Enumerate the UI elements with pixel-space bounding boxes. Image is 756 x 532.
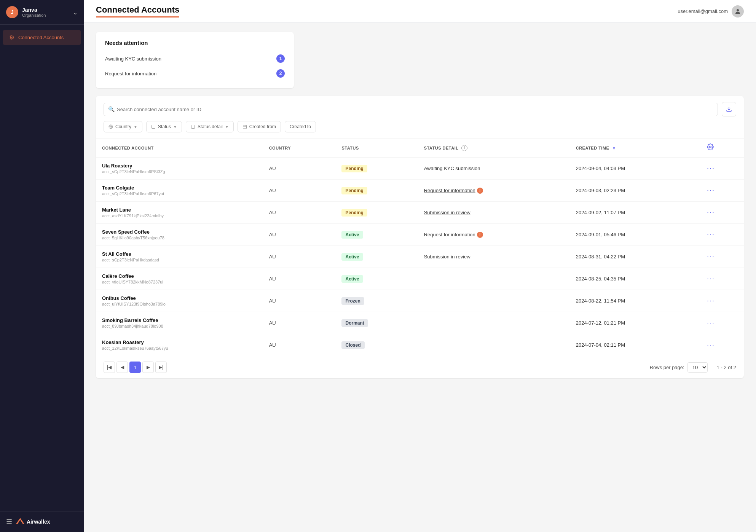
col-status: STATUS [335,139,418,157]
status-detail-link[interactable]: Request for information [424,232,475,237]
table-settings-icon[interactable] [707,144,714,152]
row-actions-button[interactable]: ··· [707,297,715,304]
table-row[interactable]: Onibus Coffeeacct_uiYtUISY123f9OIsho3a78… [96,290,744,312]
status-detail-filter[interactable]: Status detail ▼ [186,121,234,132]
status-cell: Dormant [335,312,418,334]
row-actions-button[interactable]: ··· [707,341,715,349]
country-cell: AU [263,180,336,202]
status-badge: Pending [341,187,367,194]
menu-icon[interactable]: ☰ [6,518,12,526]
actions-cell[interactable]: ··· [701,334,744,356]
col-created-time[interactable]: CREATED TIME ▼ [570,139,701,157]
row-actions-button[interactable]: ··· [707,275,715,282]
download-button[interactable] [722,102,736,116]
topbar: Connected Accounts user.email@gmail.com [84,0,756,23]
account-name: Market Lane [102,207,257,213]
status-detail-cell [418,290,570,312]
status-badge: Active [341,275,363,283]
attention-badge-kyc[interactable]: 1 [276,54,285,63]
status-detail-cell: Request for information ! [418,180,570,202]
status-cell: Frozen [335,290,418,312]
table-row[interactable]: St Ali Coffeeacct_sCp2T3leNPaHkdasdasdAU… [96,246,744,268]
table-row[interactable]: Seven Speed Coffeeacct_5gHKilo90ashyT56x… [96,224,744,246]
actions-cell[interactable]: ··· [701,268,744,290]
org-icon: J [6,6,18,18]
actions-cell[interactable]: ··· [701,290,744,312]
table-row[interactable]: Koeslan Roasteryacct_12KLokmasIkseu76aay… [96,334,744,356]
org-chevron-icon[interactable]: ⌄ [73,9,78,16]
filter-row: Country ▼ Status ▼ Status detail ▼ [104,121,736,132]
col-actions [701,139,744,157]
row-actions-button[interactable]: ··· [707,319,715,327]
status-detail-link[interactable]: Submission in review [424,210,471,215]
country-cell: AU [263,290,336,312]
account-id: acct_89Jbmash34jhkauq78lo908 [102,324,257,328]
created-time-cell: 2024-09-01, 05:46 PM [570,224,701,246]
created-time-cell: 2024-07-12, 01:21 PM [570,312,701,334]
connected-accounts-icon: ⚙ [9,34,14,41]
actions-cell[interactable]: ··· [701,202,744,224]
rows-per-page-select[interactable]: 10 20 50 [687,362,708,373]
status-detail-chevron-icon: ▼ [225,125,229,129]
actions-cell[interactable]: ··· [701,246,744,268]
first-page-button[interactable]: |◀ [104,362,115,373]
actions-cell[interactable]: ··· [701,312,744,334]
row-actions-button[interactable]: ··· [707,186,715,194]
row-actions-button[interactable]: ··· [707,253,715,260]
search-filter-area: 🔍 Country ▼ Status [96,96,744,139]
attention-title: Needs attention [105,40,285,46]
account-cell: Team Colgateacct_sCp2T3leNPaHksm6P67yut [96,180,263,202]
status-detail-text: Awaiting KYC submission [424,166,480,171]
page-range: 1 - 2 of 2 [717,365,736,370]
search-input[interactable] [104,103,718,116]
actions-cell[interactable]: ··· [701,224,744,246]
row-actions-button[interactable]: ··· [707,209,715,216]
status-detail-cell [418,334,570,356]
table-row[interactable]: Team Colgateacct_sCp2T3leNPaHksm6P67yutA… [96,180,744,202]
account-id: acct_asdYLK791kjPksl224miolhy [102,213,257,218]
prev-page-button[interactable]: ◀ [116,362,128,373]
status-filter[interactable]: Status ▼ [146,121,182,132]
col-status-detail: STATUS DETAIL i [418,139,570,157]
status-detail-warning[interactable]: Request for information ! [424,188,483,194]
status-cell: Active [335,268,418,290]
account-name: Koeslan Roastery [102,339,257,345]
sort-icon: ▼ [612,146,616,150]
status-detail-link[interactable]: Request for information [424,188,475,193]
status-badge: Active [341,231,363,239]
status-detail-link[interactable]: Submission in review [424,254,471,260]
search-input-wrap: 🔍 [104,103,718,116]
next-page-button[interactable]: ▶ [142,362,154,373]
attention-label-rfi: Request for information [105,71,156,76]
table-card: 🔍 Country ▼ Status [96,96,744,378]
row-actions-button[interactable]: ··· [707,164,715,172]
created-from-filter[interactable]: Created from [238,121,281,132]
account-name: St Ali Coffee [102,251,257,257]
sidebar-item-connected-accounts[interactable]: ⚙ Connected Accounts [3,30,81,45]
country-cell: AU [263,224,336,246]
last-page-button[interactable]: ▶| [155,362,167,373]
actions-cell[interactable]: ··· [701,157,744,180]
status-detail-warning[interactable]: Request for information ! [424,232,483,238]
account-cell: Koeslan Roasteryacct_12KLokmasIkseu76aay… [96,334,263,356]
account-name: Seven Speed Coffee [102,229,257,235]
account-name: Ula Roastery [102,163,257,169]
table-row[interactable]: Calère Coffeeacct_ytioUISY782kkMNo87237u… [96,268,744,290]
content-area: Needs attention Awaiting KYC submission … [84,23,756,532]
account-cell: Market Laneacct_asdYLK791kjPksl224miolhy [96,202,263,224]
created-to-filter[interactable]: Created to [285,121,316,132]
pagination-controls: |◀ ◀ 1 ▶ ▶| [104,362,167,373]
account-id: acct_sCp2T3leNPaHkdasdasd [102,258,257,262]
status-detail-info-icon[interactable]: i [461,145,467,151]
country-filter[interactable]: Country ▼ [104,121,142,132]
status-detail-cell [418,312,570,334]
table-row[interactable]: Market Laneacct_asdYLK791kjPksl224miolhy… [96,202,744,224]
user-avatar[interactable] [732,5,744,18]
table-row[interactable]: Smoking Barrels Coffeeacct_89Jbmash34jhk… [96,312,744,334]
page-1-button[interactable]: 1 [129,362,141,373]
actions-cell[interactable]: ··· [701,180,744,202]
table-row[interactable]: Ula Roasteryacct_sCp2T3leNPaHksm6PSt3ZgA… [96,157,744,180]
status-detail-cell: Request for information ! [418,224,570,246]
row-actions-button[interactable]: ··· [707,231,715,238]
attention-badge-rfi[interactable]: 2 [276,69,285,78]
